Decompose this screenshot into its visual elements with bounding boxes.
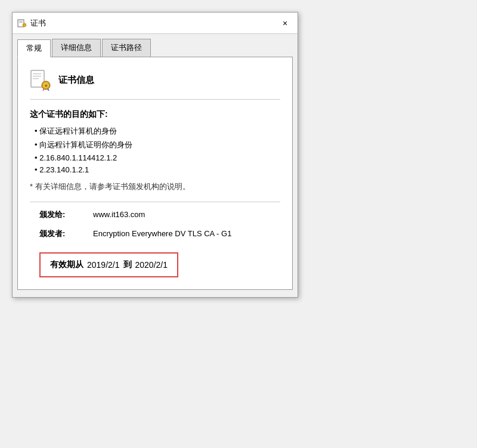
svg-line-12 — [43, 89, 44, 91]
validity-label: 有效期从 — [50, 259, 83, 270]
list-item: 2.16.840.1.114412.1.2 — [35, 153, 280, 162]
svg-rect-2 — [19, 22, 23, 23]
purpose-list: 保证远程计算机的身份 向远程计算机证明你的身份 2.16.840.1.11441… — [30, 126, 280, 174]
content-area: ★ 证书信息 这个证书的目的如下: 保证远程计算机的身份 向远程计算机证明你的身… — [17, 57, 293, 290]
certificate-icon: ★ — [30, 69, 51, 91]
list-item: 保证远程计算机的身份 — [35, 126, 280, 137]
tab-general[interactable]: 常规 — [17, 39, 51, 57]
svg-rect-7 — [33, 76, 41, 77]
list-item: 2.23.140.1.2.1 — [35, 165, 280, 174]
tabs-bar: 常规 详细信息 证书路径 — [13, 34, 298, 57]
validity-to-label: 到 — [123, 259, 132, 270]
purpose-title: 这个证书的目的如下: — [30, 109, 280, 120]
close-button[interactable]: × — [277, 16, 293, 31]
svg-rect-6 — [33, 73, 41, 75]
window-title: 证书 — [30, 18, 46, 29]
certificate-dialog: ✓ 证书 × 常规 详细信息 证书路径 — [12, 12, 298, 298]
tab-cert-path[interactable]: 证书路径 — [102, 39, 151, 57]
issued-to-row: 颁发给: www.it163.com — [30, 209, 280, 220]
validity-to: 2020/2/1 — [135, 260, 168, 270]
cert-title-icon: ✓ — [17, 18, 27, 28]
svg-rect-8 — [33, 78, 39, 79]
issued-by-value: Encryption Everywhere DV TLS CA - G1 — [93, 229, 231, 238]
title-bar-left: ✓ 证书 — [17, 18, 46, 29]
validity-section: 有效期从 2019/2/1 到 2020/2/1 — [30, 248, 280, 277]
issued-by-row: 颁发者: Encryption Everywhere DV TLS CA - G… — [30, 228, 280, 239]
issued-by-label: 颁发者: — [39, 228, 81, 239]
svg-text:✓: ✓ — [24, 24, 26, 27]
cert-header: ★ 证书信息 — [30, 69, 280, 100]
issued-to-label: 颁发给: — [39, 209, 81, 220]
note-text: * 有关详细信息，请参考证书颁发机构的说明。 — [30, 181, 280, 192]
cert-info-title: 证书信息 — [58, 75, 94, 86]
issued-to-value: www.it163.com — [93, 210, 145, 219]
svg-text:★: ★ — [44, 84, 48, 88]
svg-rect-1 — [19, 21, 23, 21]
purpose-section: 这个证书的目的如下: 保证远程计算机的身份 向远程计算机证明你的身份 2.16.… — [30, 109, 280, 192]
validity-box: 有效期从 2019/2/1 到 2020/2/1 — [39, 252, 178, 277]
divider-1 — [30, 202, 280, 202]
validity-from: 2019/2/1 — [87, 260, 120, 270]
title-bar: ✓ 证书 × — [13, 13, 298, 34]
svg-line-13 — [48, 89, 49, 91]
tab-details[interactable]: 详细信息 — [52, 39, 101, 57]
list-item: 向远程计算机证明你的身份 — [35, 140, 280, 150]
